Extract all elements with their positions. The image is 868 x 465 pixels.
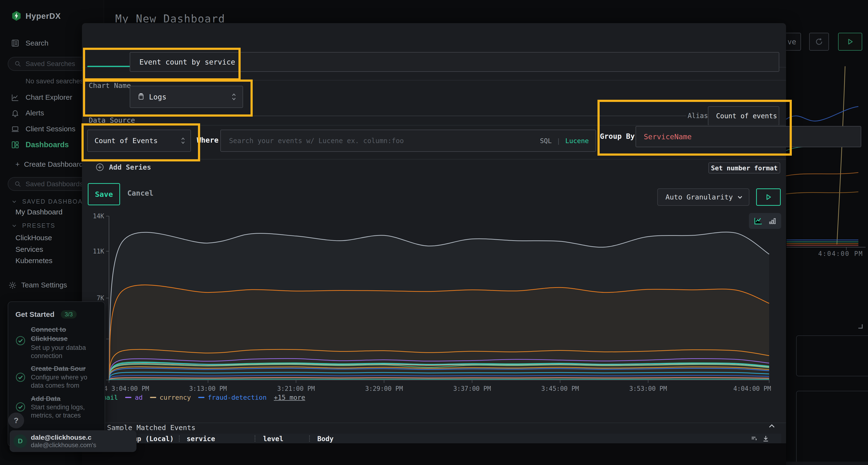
user-account-row[interactable]: D dale@clickhouse.c dale@clickhouse.com'… (10, 430, 136, 452)
client-sessions-laptop-icon (11, 125, 19, 133)
column-header[interactable]: level (263, 435, 283, 443)
where-search-input[interactable]: Search your events w/ Lucene ex. column:… (220, 130, 596, 152)
gs-item-subtitle: Configure where yo (31, 374, 87, 381)
user-email: dale@clickhouse.c (31, 434, 96, 441)
add-series-button[interactable]: Add Series (95, 163, 151, 171)
sidebar-item-kubernetes[interactable]: Kubernetes (16, 257, 52, 265)
saved-dashboards-chevron-icon[interactable] (11, 199, 18, 205)
column-resize-handle[interactable] (255, 435, 255, 442)
database-icon (137, 93, 145, 101)
plus-circle-icon (95, 163, 104, 171)
no-saved-searches-text: No saved searches (26, 77, 84, 85)
group-by-input[interactable]: ServiceName (636, 126, 861, 147)
gs-item-subtitle: Start sending logs, (31, 404, 85, 411)
user-subtext: dale@clickhouse.com's (31, 441, 96, 449)
alias-label: Alias (688, 112, 708, 120)
svg-text:3:13:00 PM: 3:13:00 PM (189, 385, 227, 392)
svg-text:3:37:00 PM: 3:37:00 PM (453, 385, 491, 392)
chart-editor-modal: Line/Bar Table 123 Number Search Markdow… (82, 23, 786, 465)
gs-item-title: Connect to (31, 326, 66, 333)
help-button[interactable]: ? (8, 412, 24, 428)
gear-icon (8, 281, 17, 290)
chart-legend: emailadcurrencyfraud-detection+15 more (89, 394, 305, 401)
plus-icon: + (16, 160, 20, 168)
legend-label: ad (135, 394, 143, 401)
sidebar-item-dashboards-active[interactable]: Dashboards (26, 140, 69, 149)
aggregation-select[interactable]: Count of Events (87, 130, 191, 152)
search-icon (14, 61, 21, 67)
refresh-icon (814, 37, 824, 46)
presets-section-header[interactable]: PRESETS (22, 222, 56, 229)
column-header[interactable]: service (187, 435, 215, 443)
create-dashboard-button[interactable]: +Create Dashboard (16, 160, 83, 168)
presets-chevron-icon[interactable] (11, 223, 18, 229)
background-mini-chart (786, 63, 868, 255)
run-chart-button[interactable] (756, 189, 781, 206)
table-filter-icon[interactable] (750, 435, 758, 442)
legend-item[interactable]: currency (150, 394, 191, 401)
download-icon[interactable] (762, 435, 770, 442)
sidebar-item-team-settings[interactable]: Team Settings (21, 281, 67, 289)
gs-item-title: ClickHouse (31, 335, 68, 343)
where-label: Where (197, 136, 218, 144)
column-resize-handle[interactable] (179, 435, 180, 442)
search-nav-icon (11, 39, 19, 47)
background-tile-panel-2 (796, 391, 868, 465)
legend-swatch (150, 397, 156, 398)
column-header[interactable]: Body (317, 435, 334, 443)
legend-swatch (198, 397, 205, 398)
events-table-body-empty (82, 443, 786, 465)
hyperdx-logo[interactable] (11, 10, 22, 21)
get-started-badge: 3/3 (61, 310, 77, 319)
search-icon (14, 181, 21, 188)
lucene-mode-toggle[interactable]: Lucene (565, 137, 589, 144)
sidebar-item-services[interactable]: Services (16, 245, 43, 254)
save-button[interactable]: Save (88, 183, 120, 205)
alias-input[interactable]: Count of events (708, 106, 779, 126)
where-placeholder: Search your events w/ Lucene ex. column:… (229, 137, 404, 145)
legend-more-link[interactable]: +15 more (274, 394, 305, 401)
legend-swatch (125, 397, 131, 398)
gs-item-subtitle: Set up your databa (31, 344, 86, 352)
get-started-title: Get Started (16, 310, 55, 319)
background-tile-panel (796, 335, 868, 376)
check-circle-icon (16, 402, 26, 412)
refresh-button[interactable] (809, 33, 829, 51)
mode-toggle-divider: | (557, 137, 560, 144)
svg-text:3:45:00 PM: 3:45:00 PM (541, 385, 579, 392)
set-number-format-button[interactable]: Set number format (708, 162, 780, 173)
select-chevrons-icon (181, 137, 185, 144)
sidebar-item-chart-explorer[interactable]: Chart Explorer (26, 93, 72, 101)
svg-text:3:21:00 PM: 3:21:00 PM (277, 385, 315, 392)
alias-connector-line (253, 115, 686, 116)
sidebar-item-search[interactable]: Search (26, 39, 49, 47)
sidebar-item-clickhouse[interactable]: ClickHouse (16, 234, 52, 242)
select-chevrons-icon (231, 93, 236, 101)
gs-item-subtitle: connection (31, 352, 62, 360)
chart-name-input[interactable]: Event count by service (130, 52, 779, 72)
sidebar-item-my-dashboard[interactable]: My Dashboard (16, 208, 62, 216)
svg-text:14K: 14K (93, 212, 104, 220)
alerts-bell-icon (11, 109, 19, 117)
sidebar-item-alerts[interactable]: Alerts (26, 109, 44, 117)
legend-item[interactable]: fraud-detection (198, 394, 267, 401)
cancel-button[interactable]: Cancel (127, 189, 153, 197)
sql-mode-toggle[interactable]: SQL (540, 137, 552, 144)
chart-explorer-icon (11, 94, 19, 102)
collapse-section-chevron[interactable] (768, 422, 776, 430)
svg-text:11K: 11K (93, 248, 104, 255)
gs-item-title: Create Data Sour (31, 365, 86, 372)
data-source-select[interactable]: Logs (130, 86, 243, 108)
granularity-select[interactable]: Auto Granularity (657, 189, 749, 206)
legend-item[interactable]: ad (125, 394, 143, 401)
column-resize-handle[interactable] (309, 435, 310, 442)
chart-name-label: Chart Name (89, 81, 131, 90)
chevron-down-icon (737, 194, 743, 200)
brand-name: HyperDX (26, 11, 61, 21)
sidebar-item-client-sessions[interactable]: Client Sessions (26, 125, 75, 133)
tile-resize-handle[interactable] (856, 322, 863, 329)
legend-label: fraud-detection (208, 394, 267, 401)
main-chart[interactable]: 03.5K7K11K14KAug 4 3:04:00 PM3:13:00 PM3… (87, 212, 781, 398)
run-query-background-button[interactable] (838, 33, 862, 51)
group-by-label: Group By (600, 132, 635, 140)
